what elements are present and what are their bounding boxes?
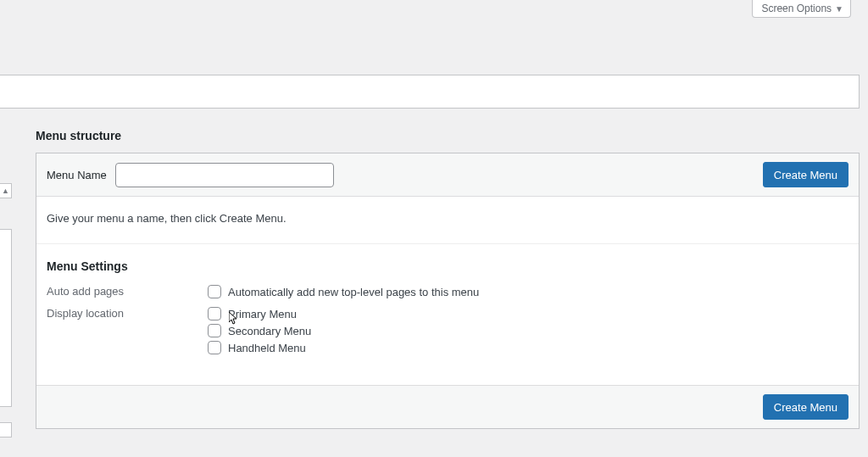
handheld-menu-checkbox[interactable] xyxy=(208,341,221,354)
auto-add-checkbox[interactable] xyxy=(208,285,221,298)
menu-settings-heading: Menu Settings xyxy=(47,259,849,273)
display-location-option-secondary[interactable]: Secondary Menu xyxy=(208,324,311,337)
menu-name-input[interactable] xyxy=(115,163,334,187)
page-title: Menu structure xyxy=(36,129,860,142)
display-location-option-primary[interactable]: Primary Menu xyxy=(208,307,311,320)
primary-menu-label: Primary Menu xyxy=(228,308,297,320)
chevron-down-icon: ▼ xyxy=(835,4,843,14)
tab-row-placeholder xyxy=(0,75,860,109)
menu-structure-panel: Menu Name Create Menu Give your menu a n… xyxy=(36,153,860,429)
screen-options-toggle[interactable]: Screen Options ▼ xyxy=(752,0,851,18)
primary-menu-checkbox[interactable] xyxy=(208,307,221,320)
display-location-option-handheld[interactable]: Handheld Menu xyxy=(208,341,311,354)
secondary-menu-checkbox[interactable] xyxy=(208,324,221,337)
screen-options-label: Screen Options xyxy=(761,3,832,14)
secondary-menu-label: Secondary Menu xyxy=(228,325,311,337)
create-menu-button-top[interactable]: Create Menu xyxy=(763,162,849,187)
handheld-menu-label: Handheld Menu xyxy=(228,342,306,354)
create-menu-button-bottom[interactable]: Create Menu xyxy=(763,394,849,420)
auto-add-option[interactable]: Automatically add new top-level pages to… xyxy=(208,285,479,298)
display-location-label: Display location xyxy=(47,307,208,320)
auto-add-pages-label: Auto add pages xyxy=(47,285,208,298)
divider xyxy=(36,243,859,244)
menu-description: Give your menu a name, then click Create… xyxy=(47,212,849,225)
auto-add-option-label: Automatically add new top-level pages to… xyxy=(228,286,479,298)
menu-name-label: Menu Name xyxy=(47,169,107,181)
